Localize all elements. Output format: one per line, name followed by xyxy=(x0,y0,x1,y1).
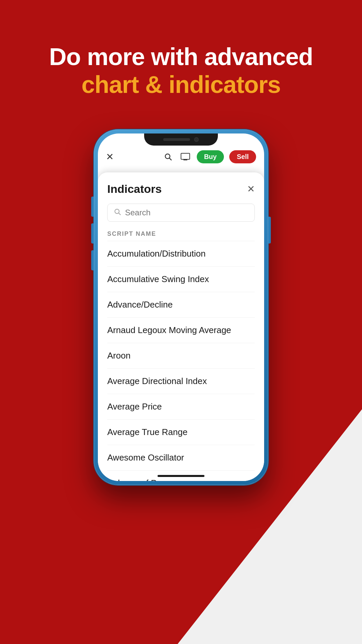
indicator-list: Accumulation/DistributionAccumulative Sw… xyxy=(107,241,255,481)
indicator-item[interactable]: Advance/Decline xyxy=(107,292,255,318)
indicators-modal: Indicators ✕ SCRIP xyxy=(98,172,264,481)
header-line2: chart & indicators xyxy=(0,70,362,99)
phone-screen: ✕ Buy xyxy=(98,133,264,481)
topbar-search-icon[interactable] xyxy=(162,151,174,163)
modal-close-button[interactable]: ✕ xyxy=(247,183,255,195)
home-indicator xyxy=(158,475,204,477)
header-line1: Do more with advanced xyxy=(0,44,362,70)
indicator-item[interactable]: Average True Range xyxy=(107,420,255,445)
sell-button[interactable]: Sell xyxy=(229,150,256,163)
buy-button[interactable]: Buy xyxy=(197,150,224,163)
top-bar: ✕ Buy xyxy=(98,146,264,168)
indicator-item[interactable]: Aroon xyxy=(107,343,255,369)
svg-rect-2 xyxy=(181,153,190,159)
camera xyxy=(194,137,199,142)
search-input[interactable] xyxy=(125,208,248,217)
topbar-screen-icon[interactable] xyxy=(179,151,191,163)
modal-header: Indicators ✕ xyxy=(107,182,255,196)
indicator-item[interactable]: Average Price xyxy=(107,394,255,420)
header-section: Do more with advanced chart & indicators xyxy=(0,0,362,119)
topbar-close-icon[interactable]: ✕ xyxy=(106,151,114,162)
speaker xyxy=(163,138,190,141)
column-header: SCRIPT NAME xyxy=(107,228,255,241)
search-bar[interactable] xyxy=(107,204,255,222)
indicator-item[interactable]: Accumulative Swing Index xyxy=(107,267,255,292)
svg-line-6 xyxy=(119,213,120,215)
modal-title: Indicators xyxy=(107,182,162,196)
search-bar-icon xyxy=(114,208,121,217)
svg-line-1 xyxy=(169,158,171,160)
indicator-item[interactable]: Arnaud Legoux Moving Average xyxy=(107,318,255,343)
indicator-item[interactable]: Accumulation/Distribution xyxy=(107,241,255,267)
phone-outer: ✕ Buy xyxy=(94,129,268,485)
screen-content: ✕ Buy xyxy=(98,133,264,481)
phone-notch xyxy=(144,133,218,146)
indicator-item[interactable]: Awesome Oscillator xyxy=(107,445,255,471)
indicator-item[interactable]: Average Directional Index xyxy=(107,369,255,394)
phone-wrapper: ✕ Buy xyxy=(0,129,362,485)
